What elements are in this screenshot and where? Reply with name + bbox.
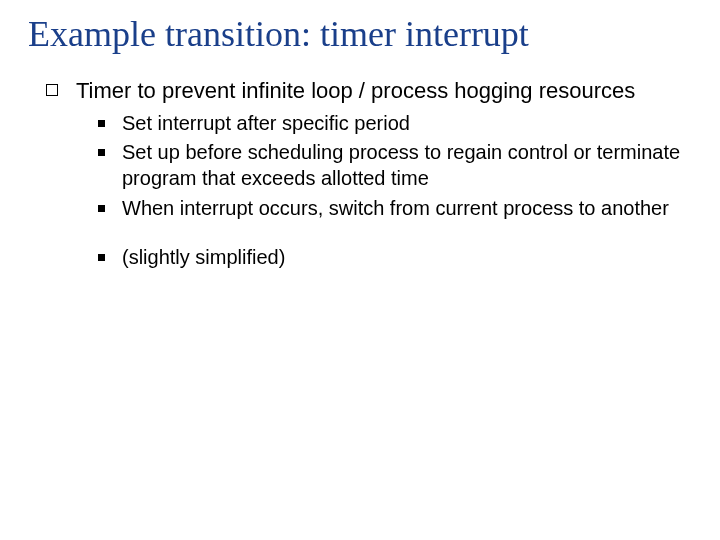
bullet-text: Set interrupt after specific period	[122, 112, 410, 134]
bullet-text: (slightly simplified)	[122, 246, 285, 268]
list-item: Set up before scheduling process to rega…	[98, 140, 692, 191]
slide-title: Example transition: timer interrupt	[28, 14, 692, 55]
list-item: Set interrupt after specific period	[98, 111, 692, 137]
list-item: (slightly simplified)	[98, 245, 692, 271]
list-item: When interrupt occurs, switch from curre…	[98, 196, 692, 222]
bullet-text: Set up before scheduling process to rega…	[122, 141, 680, 189]
bullet-list-level2: Set interrupt after specific period Set …	[98, 111, 692, 271]
bullet-list-level1: Timer to prevent infinite loop / process…	[46, 77, 692, 270]
bullet-text: When interrupt occurs, switch from curre…	[122, 197, 669, 219]
bullet-text: Timer to prevent infinite loop / process…	[76, 78, 635, 103]
list-item: Timer to prevent infinite loop / process…	[46, 77, 692, 270]
slide: Example transition: timer interrupt Time…	[0, 0, 720, 540]
